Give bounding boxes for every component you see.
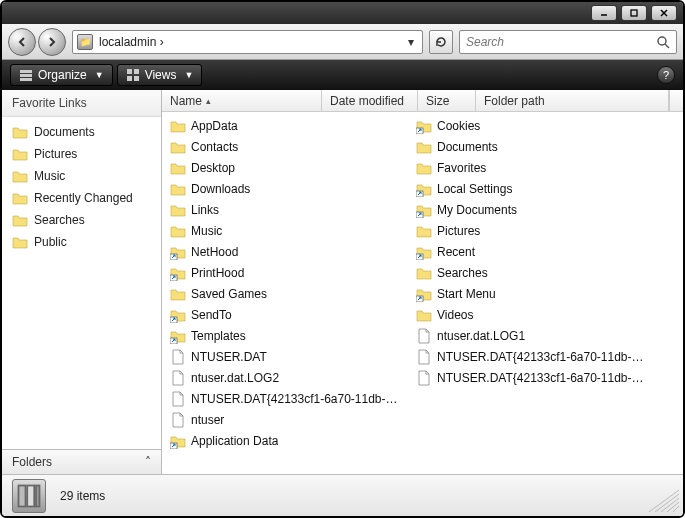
shortcut-icon — [170, 244, 186, 260]
folder-downloads-icon — [170, 181, 186, 197]
favorite-link-recently-changed[interactable]: Recently Changed — [2, 187, 161, 209]
organize-label: Organize — [38, 68, 87, 82]
shortcut-icon — [170, 265, 186, 281]
svg-rect-7 — [20, 74, 32, 77]
column-size[interactable]: Size — [418, 90, 476, 111]
column-folder-path[interactable]: Folder path — [476, 90, 669, 111]
svg-point-4 — [658, 37, 666, 45]
list-item[interactable]: Links — [164, 200, 410, 220]
item-label: Favorites — [437, 161, 486, 175]
favorite-link-music[interactable]: Music — [2, 165, 161, 187]
resize-grip-icon[interactable] — [639, 482, 679, 512]
minimize-button[interactable] — [591, 5, 617, 21]
column-headers: Name▴ Date modified Size Folder path — [162, 90, 683, 112]
svg-rect-11 — [127, 76, 132, 81]
folder-games-icon — [170, 286, 186, 302]
list-item[interactable]: Favorites — [410, 158, 656, 178]
refresh-button[interactable] — [429, 30, 453, 54]
column-date-modified[interactable]: Date modified — [322, 90, 418, 111]
organize-button[interactable]: Organize ▼ — [10, 64, 113, 86]
item-label: NTUSER.DAT{42133cf1-6a70-11db-bbc9... — [191, 392, 404, 406]
svg-rect-9 — [127, 69, 132, 74]
item-label: Pictures — [437, 224, 480, 238]
list-item[interactable]: NTUSER.DAT{42133cf1-6a70-11db-bbc9... — [164, 389, 410, 409]
item-label: Templates — [191, 329, 246, 343]
list-item[interactable]: NTUSER.DAT{42133cf1-6a70-11db-bbc9... — [410, 368, 656, 388]
shortcut-icon — [170, 328, 186, 344]
list-item[interactable]: Desktop — [164, 158, 410, 178]
item-label: Application Data — [191, 434, 278, 448]
favorite-link-label: Public — [34, 235, 67, 249]
list-item[interactable]: Start Menu — [410, 284, 656, 304]
search-input[interactable] — [466, 35, 656, 49]
organize-icon — [19, 68, 33, 82]
shortcut-icon — [170, 433, 186, 449]
item-label: Recent — [437, 245, 475, 259]
list-item[interactable]: NTUSER.DAT — [164, 347, 410, 367]
list-item[interactable]: Searches — [410, 263, 656, 283]
forward-button[interactable] — [38, 28, 66, 56]
command-bar: Organize ▼ Views ▼ ? — [2, 60, 683, 90]
folders-toggle[interactable]: Folders ˄ — [2, 449, 161, 474]
item-label: My Documents — [437, 203, 517, 217]
views-button[interactable]: Views ▼ — [117, 64, 203, 86]
favorite-link-pictures[interactable]: Pictures — [2, 143, 161, 165]
folder-icon — [170, 118, 186, 134]
favorite-link-documents[interactable]: Documents — [2, 121, 161, 143]
column-name[interactable]: Name▴ — [162, 90, 322, 111]
list-item[interactable]: Application Data — [164, 431, 410, 451]
list-item[interactable]: Music — [164, 221, 410, 241]
list-item[interactable]: Contacts — [164, 137, 410, 157]
list-item[interactable]: Recent — [410, 242, 656, 262]
list-item[interactable]: Downloads — [164, 179, 410, 199]
favorite-link-public[interactable]: Public — [2, 231, 161, 253]
favorite-link-label: Documents — [34, 125, 95, 139]
list-item[interactable]: NTUSER.DAT{42133cf1-6a70-11db-bbc9... — [410, 347, 656, 367]
maximize-button[interactable] — [621, 5, 647, 21]
recent-icon — [12, 190, 28, 206]
file-icon — [416, 328, 432, 344]
back-button[interactable] — [8, 28, 36, 56]
list-item[interactable]: Templates — [164, 326, 410, 346]
column-overflow[interactable] — [669, 90, 683, 111]
list-item[interactable]: Videos — [410, 305, 656, 325]
search-box[interactable] — [459, 30, 677, 54]
item-label: PrintHood — [191, 266, 244, 280]
file-icon — [170, 412, 186, 428]
favorite-link-searches[interactable]: Searches — [2, 209, 161, 231]
file-icon — [416, 370, 432, 386]
item-label: Videos — [437, 308, 473, 322]
item-label: Downloads — [191, 182, 250, 196]
svg-line-29 — [667, 502, 679, 512]
help-button[interactable]: ? — [657, 66, 675, 84]
search-icon[interactable] — [656, 35, 670, 49]
list-item[interactable]: SendTo — [164, 305, 410, 325]
address-path: localadmin › — [99, 35, 398, 49]
titlebar — [2, 2, 683, 24]
list-item[interactable]: Documents — [410, 137, 656, 157]
list-item[interactable]: NetHood — [164, 242, 410, 262]
list-item[interactable]: My Documents — [410, 200, 656, 220]
list-item[interactable]: AppData — [164, 116, 410, 136]
list-item[interactable]: ntuser — [164, 410, 410, 430]
list-item[interactable]: Local Settings — [410, 179, 656, 199]
svg-rect-1 — [631, 10, 637, 16]
list-item[interactable]: Cookies — [410, 116, 656, 136]
list-item[interactable]: ntuser.dat.LOG2 — [164, 368, 410, 388]
svg-rect-25 — [36, 485, 40, 506]
chevron-down-icon: ▼ — [184, 70, 193, 80]
favorite-link-label: Music — [34, 169, 65, 183]
list-item[interactable]: Pictures — [410, 221, 656, 241]
navigation-pane: Favorite Links DocumentsPicturesMusicRec… — [2, 90, 162, 474]
views-label: Views — [145, 68, 177, 82]
list-item[interactable]: ntuser.dat.LOG1 — [410, 326, 656, 346]
list-item[interactable]: PrintHood — [164, 263, 410, 283]
close-button[interactable] — [651, 5, 677, 21]
public-icon — [12, 234, 28, 250]
svg-rect-23 — [19, 485, 26, 506]
address-bar[interactable]: 📁 localadmin › ▾ — [72, 30, 423, 54]
item-label: Documents — [437, 140, 498, 154]
address-dropdown[interactable]: ▾ — [404, 35, 418, 49]
list-item[interactable]: Saved Games — [164, 284, 410, 304]
favorite-links-heading: Favorite Links — [2, 90, 161, 117]
